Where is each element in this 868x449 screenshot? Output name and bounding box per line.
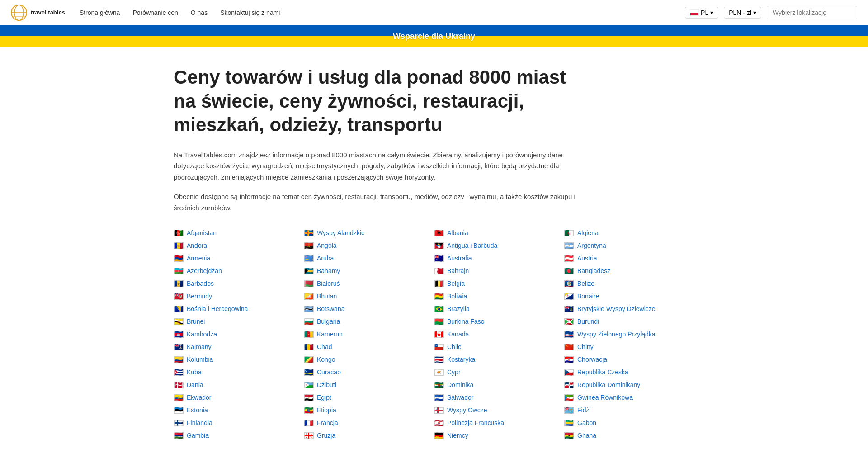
country-item[interactable]: 🇧🇧Barbados	[174, 279, 304, 288]
country-flag-icon: 🇧🇩	[564, 268, 574, 274]
country-flag-icon: 🇰🇾	[174, 344, 184, 350]
country-item[interactable]: 🇦🇬Antigua i Barbuda	[434, 241, 564, 250]
country-item[interactable]: 🇧🇫Burkina Faso	[434, 317, 564, 326]
country-col-4: 🇩🇿Algieria🇦🇷Argentyna🇦🇹Austria🇧🇩Banglade…	[564, 228, 694, 440]
country-item[interactable]: 🇧🇭Bahrajn	[434, 266, 564, 276]
country-item[interactable]: 🇧🇦Bośnia i Hercegowina	[174, 304, 304, 314]
country-item[interactable]: 🇨🇷Kostaryka	[434, 354, 564, 364]
country-item[interactable]: 🇻🇬Brytyjskie Wyspy Dziewicze	[564, 304, 694, 314]
country-item[interactable]: 🇧🇲Bermudy	[174, 291, 304, 301]
country-name: Ekwador	[187, 394, 211, 401]
country-name: Boliwia	[447, 293, 467, 300]
logo-link[interactable]: travel tables	[11, 5, 65, 21]
country-item[interactable]: 🇵🇫Polinezja Francuska	[434, 418, 564, 428]
country-flag-icon: 🇵🇫	[434, 420, 444, 426]
country-flag-icon: 🇦🇹	[564, 255, 574, 262]
country-item[interactable]: 🇧🇳Brunei	[174, 317, 304, 326]
country-item[interactable]: 🇨🇾Cypr	[434, 367, 564, 377]
country-item[interactable]: 🇦🇴Angola	[304, 241, 434, 250]
country-item[interactable]: 🇨🇲Kamerun	[304, 329, 434, 339]
country-flag-icon: 🇧🇴	[434, 293, 444, 300]
country-item[interactable]: 🇦🇲Armenia	[174, 253, 304, 263]
country-item[interactable]: 🇬🇶Gwinea Równikowa	[564, 392, 694, 402]
country-name: Burundi	[577, 318, 599, 325]
country-name: Gwinea Równikowa	[577, 394, 633, 401]
country-item[interactable]: 🇧🇹Bhutan	[304, 291, 434, 301]
country-flag-icon: 🇪🇹	[304, 407, 314, 414]
country-item[interactable]: 🇧🇬Bułgaria	[304, 317, 434, 326]
country-name: Wyspy Owcze	[447, 406, 487, 414]
nav-contact[interactable]: Skontaktuj się z nami	[220, 9, 280, 16]
country-flag-icon: 🇨🇦	[434, 331, 444, 338]
country-item[interactable]: 🇦🇽Wyspy Alandzkie	[304, 228, 434, 238]
country-flag-icon: 🇫🇮	[174, 420, 184, 426]
country-item[interactable]: 🇨🇱Chile	[434, 342, 564, 352]
country-item[interactable]: 🇦🇩Andora	[174, 241, 304, 250]
country-item[interactable]: 🇧🇩Bangladesz	[564, 266, 694, 276]
country-item[interactable]: 🇩🇴Republika Dominikany	[564, 380, 694, 390]
country-item[interactable]: 🇧🇾Białoruś	[304, 279, 434, 288]
country-item[interactable]: 🇧🇿Belize	[564, 279, 694, 288]
country-item[interactable]: 🇨🇻Wyspy Zielonego Przylądka	[564, 329, 694, 339]
country-item[interactable]: 🇪🇹Etiopia	[304, 405, 434, 415]
country-item[interactable]: 🇧🇮Burundi	[564, 317, 694, 326]
country-item[interactable]: 🇩🇿Algieria	[564, 228, 694, 238]
country-item[interactable]: 🇧🇪Belgia	[434, 279, 564, 288]
country-item[interactable]: 🇫🇴Wyspy Owcze	[434, 405, 564, 415]
country-name: Dania	[187, 381, 203, 388]
country-flag-icon: 🇻🇬	[564, 306, 574, 312]
country-item[interactable]: 🇪🇬Egipt	[304, 392, 434, 402]
currency-button[interactable]: PLN - zł ▾	[724, 7, 761, 19]
country-item[interactable]: 🇧🇴Boliwia	[434, 291, 564, 301]
country-item[interactable]: 🇩🇪Niemcy	[434, 430, 564, 440]
country-item[interactable]: 🇦🇫Afganistan	[174, 228, 304, 238]
nav-about[interactable]: O nas	[191, 9, 208, 16]
country-item[interactable]: 🇧🇼Botswana	[304, 304, 434, 314]
country-item[interactable]: 🇨🇦Kanada	[434, 329, 564, 339]
nav-home[interactable]: Strona główna	[80, 9, 120, 16]
country-item[interactable]: 🇫🇷Francja	[304, 418, 434, 428]
country-name: Fidżi	[577, 406, 591, 414]
country-flag-icon: 🇨🇲	[304, 331, 314, 338]
country-item[interactable]: 🇨🇺Kuba	[174, 367, 304, 377]
country-item[interactable]: 🇦🇿Azerbejdżan	[174, 266, 304, 276]
country-item[interactable]: 🇬🇭Ghana	[564, 430, 694, 440]
country-item[interactable]: 🇬🇲Gambia	[174, 430, 304, 440]
country-item[interactable]: 🇰🇭Kambodża	[174, 329, 304, 339]
country-item[interactable]: 🇹🇩Chad	[304, 342, 434, 352]
nav-price-compare[interactable]: Porównanie cen	[132, 9, 178, 16]
location-input[interactable]	[767, 6, 857, 19]
country-item[interactable]: 🇨🇴Kolumbia	[174, 354, 304, 364]
country-item[interactable]: 🇩🇲Dominika	[434, 380, 564, 390]
country-item[interactable]: 🇨🇼Curacao	[304, 367, 434, 377]
country-name: Azerbejdżan	[187, 267, 222, 274]
country-item[interactable]: 🇰🇾Kajmany	[174, 342, 304, 352]
country-item[interactable]: 🇸🇻Salwador	[434, 392, 564, 402]
country-item[interactable]: 🇫🇮Finlandia	[174, 418, 304, 428]
country-item[interactable]: 🇧🇸Bahamy	[304, 266, 434, 276]
country-item[interactable]: 🇦🇱Albania	[434, 228, 564, 238]
country-flag-icon: 🇬🇭	[564, 432, 574, 439]
country-item[interactable]: 🇭🇷Chorwacja	[564, 354, 694, 364]
country-item[interactable]: 🇦🇷Argentyna	[564, 241, 694, 250]
country-item[interactable]: 🇬🇦Gabon	[564, 418, 694, 428]
country-item[interactable]: 🇨🇳Chiny	[564, 342, 694, 352]
country-name: Ghana	[577, 432, 596, 439]
country-item[interactable]: 🇫🇯Fidżi	[564, 405, 694, 415]
country-item[interactable]: 🇬🇪Gruzja	[304, 430, 434, 440]
country-flag-icon: 🇧🇲	[174, 293, 184, 300]
country-item[interactable]: 🇧🇶Bonaire	[564, 291, 694, 301]
country-item[interactable]: 🇨🇿Republika Czeska	[564, 367, 694, 377]
country-item[interactable]: 🇩🇯Dżibuti	[304, 380, 434, 390]
country-item[interactable]: 🇦🇼Aruba	[304, 253, 434, 263]
country-item[interactable]: 🇨🇬Kongo	[304, 354, 434, 364]
country-flag-icon: 🇨🇿	[564, 369, 574, 376]
country-flag-icon: 🇦🇽	[304, 230, 314, 236]
language-button[interactable]: PL ▾	[685, 7, 718, 19]
country-item[interactable]: 🇪🇪Estonia	[174, 405, 304, 415]
country-item[interactable]: 🇧🇷Brazylia	[434, 304, 564, 314]
country-item[interactable]: 🇦🇹Austria	[564, 253, 694, 263]
country-item[interactable]: 🇪🇨Ekwador	[174, 392, 304, 402]
country-item[interactable]: 🇩🇰Dania	[174, 380, 304, 390]
country-item[interactable]: 🇦🇺Australia	[434, 253, 564, 263]
